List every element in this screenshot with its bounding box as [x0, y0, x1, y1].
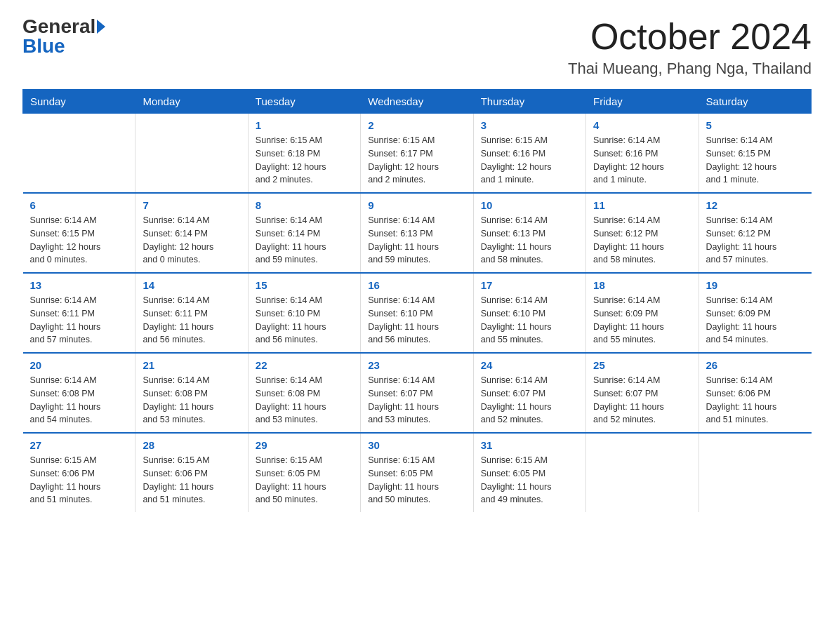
day-info: Sunrise: 6:14 AM Sunset: 6:13 PM Dayligh… — [481, 214, 578, 267]
calendar-week-row: 20Sunrise: 6:14 AM Sunset: 6:08 PM Dayli… — [23, 353, 812, 433]
logo-arrow-icon — [97, 20, 105, 34]
day-number: 25 — [593, 359, 691, 371]
day-number: 29 — [256, 439, 353, 451]
calendar-cell: 17Sunrise: 6:14 AM Sunset: 6:10 PM Dayli… — [473, 273, 585, 353]
day-info: Sunrise: 6:14 AM Sunset: 6:08 PM Dayligh… — [256, 374, 353, 427]
day-number: 28 — [143, 439, 240, 451]
day-info: Sunrise: 6:14 AM Sunset: 6:07 PM Dayligh… — [481, 374, 578, 427]
day-info: Sunrise: 6:14 AM Sunset: 6:14 PM Dayligh… — [143, 214, 240, 267]
logo: General Blue — [22, 17, 105, 56]
calendar-cell: 23Sunrise: 6:14 AM Sunset: 6:07 PM Dayli… — [361, 353, 473, 433]
calendar-cell: 12Sunrise: 6:14 AM Sunset: 6:12 PM Dayli… — [699, 193, 811, 273]
day-number: 2 — [368, 119, 465, 131]
day-info: Sunrise: 6:14 AM Sunset: 6:11 PM Dayligh… — [143, 294, 240, 347]
calendar-cell: 21Sunrise: 6:14 AM Sunset: 6:08 PM Dayli… — [135, 353, 248, 433]
day-number: 1 — [256, 119, 353, 131]
day-info: Sunrise: 6:15 AM Sunset: 6:16 PM Dayligh… — [481, 134, 578, 187]
calendar-cell — [23, 114, 135, 194]
calendar-cell: 11Sunrise: 6:14 AM Sunset: 6:12 PM Dayli… — [586, 193, 699, 273]
calendar-cell: 31Sunrise: 6:15 AM Sunset: 6:05 PM Dayli… — [473, 433, 585, 512]
weekday-header-friday: Friday — [586, 90, 699, 114]
day-number: 3 — [481, 119, 578, 131]
day-number: 8 — [256, 199, 353, 211]
calendar-cell: 22Sunrise: 6:14 AM Sunset: 6:08 PM Dayli… — [248, 353, 360, 433]
calendar-cell: 20Sunrise: 6:14 AM Sunset: 6:08 PM Dayli… — [23, 353, 135, 433]
calendar-week-row: 27Sunrise: 6:15 AM Sunset: 6:06 PM Dayli… — [23, 433, 812, 512]
day-number: 5 — [706, 119, 805, 131]
day-number: 6 — [30, 199, 128, 211]
day-number: 12 — [706, 199, 805, 211]
calendar-cell: 15Sunrise: 6:14 AM Sunset: 6:10 PM Dayli… — [248, 273, 360, 353]
calendar-cell: 10Sunrise: 6:14 AM Sunset: 6:13 PM Dayli… — [473, 193, 585, 273]
day-number: 7 — [143, 199, 240, 211]
day-info: Sunrise: 6:14 AM Sunset: 6:14 PM Dayligh… — [256, 214, 353, 267]
calendar-cell: 30Sunrise: 6:15 AM Sunset: 6:05 PM Dayli… — [361, 433, 473, 512]
calendar-cell: 28Sunrise: 6:15 AM Sunset: 6:06 PM Dayli… — [135, 433, 248, 512]
weekday-header-sunday: Sunday — [23, 90, 135, 114]
calendar-cell: 1Sunrise: 6:15 AM Sunset: 6:18 PM Daylig… — [248, 114, 360, 194]
day-number: 20 — [30, 359, 128, 371]
day-info: Sunrise: 6:14 AM Sunset: 6:15 PM Dayligh… — [30, 214, 128, 267]
day-number: 24 — [481, 359, 578, 371]
calendar-cell: 14Sunrise: 6:14 AM Sunset: 6:11 PM Dayli… — [135, 273, 248, 353]
calendar-cell: 26Sunrise: 6:14 AM Sunset: 6:06 PM Dayli… — [699, 353, 811, 433]
day-info: Sunrise: 6:14 AM Sunset: 6:08 PM Dayligh… — [30, 374, 128, 427]
calendar-cell: 29Sunrise: 6:15 AM Sunset: 6:05 PM Dayli… — [248, 433, 360, 512]
logo-blue-text: Blue — [22, 36, 65, 56]
calendar-cell — [699, 433, 811, 512]
calendar-cell — [586, 433, 699, 512]
day-info: Sunrise: 6:14 AM Sunset: 6:12 PM Dayligh… — [593, 214, 691, 267]
day-info: Sunrise: 6:14 AM Sunset: 6:09 PM Dayligh… — [706, 294, 805, 347]
day-info: Sunrise: 6:14 AM Sunset: 6:07 PM Dayligh… — [368, 374, 465, 427]
calendar-cell: 6Sunrise: 6:14 AM Sunset: 6:15 PM Daylig… — [23, 193, 135, 273]
day-info: Sunrise: 6:14 AM Sunset: 6:12 PM Dayligh… — [706, 214, 805, 267]
day-info: Sunrise: 6:14 AM Sunset: 6:10 PM Dayligh… — [256, 294, 353, 347]
day-info: Sunrise: 6:15 AM Sunset: 6:05 PM Dayligh… — [256, 454, 353, 507]
calendar-cell: 3Sunrise: 6:15 AM Sunset: 6:16 PM Daylig… — [473, 114, 585, 194]
day-number: 13 — [30, 279, 128, 291]
day-number: 22 — [256, 359, 353, 371]
day-info: Sunrise: 6:14 AM Sunset: 6:13 PM Dayligh… — [368, 214, 465, 267]
calendar-cell: 5Sunrise: 6:14 AM Sunset: 6:15 PM Daylig… — [699, 114, 811, 194]
day-info: Sunrise: 6:15 AM Sunset: 6:17 PM Dayligh… — [368, 134, 465, 187]
calendar-cell: 13Sunrise: 6:14 AM Sunset: 6:11 PM Dayli… — [23, 273, 135, 353]
calendar-table: SundayMondayTuesdayWednesdayThursdayFrid… — [22, 89, 812, 512]
day-info: Sunrise: 6:14 AM Sunset: 6:08 PM Dayligh… — [143, 374, 240, 427]
day-number: 26 — [706, 359, 805, 371]
day-number: 14 — [143, 279, 240, 291]
calendar-cell: 9Sunrise: 6:14 AM Sunset: 6:13 PM Daylig… — [361, 193, 473, 273]
day-info: Sunrise: 6:15 AM Sunset: 6:06 PM Dayligh… — [143, 454, 240, 507]
day-number: 18 — [593, 279, 691, 291]
title-section: October 2024 Thai Mueang, Phang Nga, Tha… — [568, 17, 812, 78]
weekday-header-row: SundayMondayTuesdayWednesdayThursdayFrid… — [23, 90, 812, 114]
calendar-cell: 7Sunrise: 6:14 AM Sunset: 6:14 PM Daylig… — [135, 193, 248, 273]
calendar-week-row: 6Sunrise: 6:14 AM Sunset: 6:15 PM Daylig… — [23, 193, 812, 273]
weekday-header-thursday: Thursday — [473, 90, 585, 114]
day-info: Sunrise: 6:15 AM Sunset: 6:05 PM Dayligh… — [368, 454, 465, 507]
day-info: Sunrise: 6:14 AM Sunset: 6:07 PM Dayligh… — [593, 374, 691, 427]
day-info: Sunrise: 6:14 AM Sunset: 6:16 PM Dayligh… — [593, 134, 691, 187]
day-number: 4 — [593, 119, 691, 131]
day-info: Sunrise: 6:14 AM Sunset: 6:10 PM Dayligh… — [481, 294, 578, 347]
day-info: Sunrise: 6:14 AM Sunset: 6:06 PM Dayligh… — [706, 374, 805, 427]
day-info: Sunrise: 6:14 AM Sunset: 6:10 PM Dayligh… — [368, 294, 465, 347]
day-number: 31 — [481, 439, 578, 451]
day-number: 30 — [368, 439, 465, 451]
month-title: October 2024 — [568, 17, 812, 57]
calendar-cell: 2Sunrise: 6:15 AM Sunset: 6:17 PM Daylig… — [361, 114, 473, 194]
day-number: 10 — [481, 199, 578, 211]
day-info: Sunrise: 6:14 AM Sunset: 6:11 PM Dayligh… — [30, 294, 128, 347]
calendar-cell: 8Sunrise: 6:14 AM Sunset: 6:14 PM Daylig… — [248, 193, 360, 273]
weekday-header-wednesday: Wednesday — [361, 90, 473, 114]
calendar-cell: 19Sunrise: 6:14 AM Sunset: 6:09 PM Dayli… — [699, 273, 811, 353]
calendar-cell: 4Sunrise: 6:14 AM Sunset: 6:16 PM Daylig… — [586, 114, 699, 194]
weekday-header-tuesday: Tuesday — [248, 90, 360, 114]
day-number: 11 — [593, 199, 691, 211]
day-number: 21 — [143, 359, 240, 371]
day-info: Sunrise: 6:15 AM Sunset: 6:06 PM Dayligh… — [30, 454, 128, 507]
calendar-cell — [135, 114, 248, 194]
location-title: Thai Mueang, Phang Nga, Thailand — [568, 60, 812, 78]
day-number: 16 — [368, 279, 465, 291]
calendar-week-row: 13Sunrise: 6:14 AM Sunset: 6:11 PM Dayli… — [23, 273, 812, 353]
calendar-week-row: 1Sunrise: 6:15 AM Sunset: 6:18 PM Daylig… — [23, 114, 812, 194]
